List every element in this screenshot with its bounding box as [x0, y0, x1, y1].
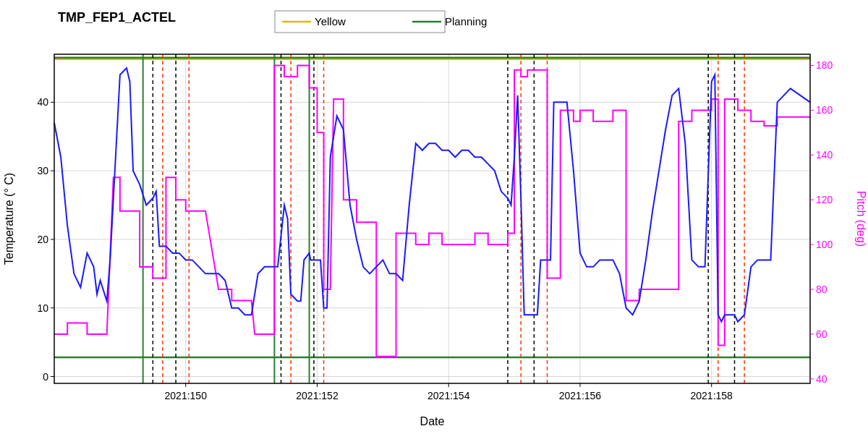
- chart-container: [0, 0, 868, 434]
- chart-canvas: [0, 0, 868, 434]
